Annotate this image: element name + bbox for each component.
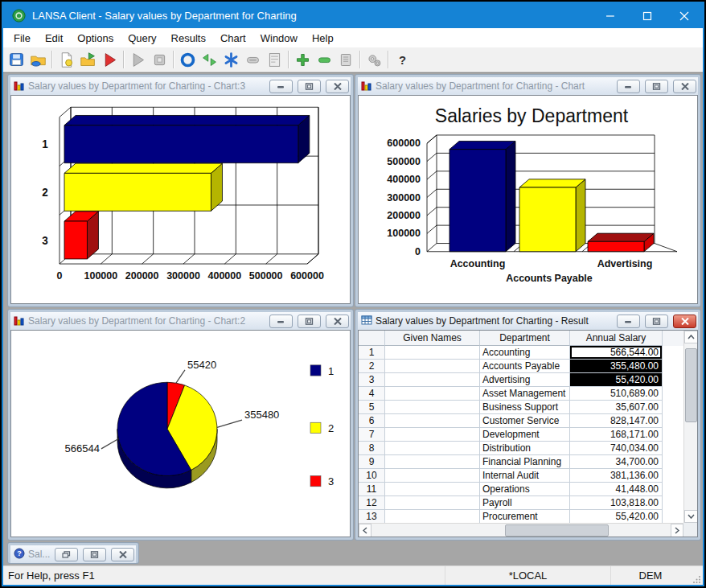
row-number-cell[interactable]: 5 [359, 401, 385, 414]
annual-salary-cell[interactable]: 41,448.00 [570, 483, 663, 496]
stop-button[interactable] [149, 49, 170, 70]
given-names-cell[interactable] [385, 401, 480, 414]
department-cell[interactable]: Asset Management [480, 387, 570, 401]
maximize-button[interactable] [645, 80, 668, 93]
window-titlebar[interactable]: Salary values by Department for Charting… [358, 77, 698, 95]
resize-grip[interactable] [690, 566, 703, 585]
close-button[interactable] [326, 80, 349, 93]
maximize-button[interactable] [298, 315, 321, 328]
column-header-rownum[interactable] [359, 331, 385, 346]
department-cell[interactable]: Accounting [480, 346, 570, 360]
minimize-button[interactable] [269, 315, 293, 328]
menu-item-chart[interactable]: Chart [213, 30, 253, 47]
scroll-up-button[interactable] [684, 331, 698, 343]
column-header-annual-salary[interactable]: Annual Salary [570, 331, 663, 346]
menu-item-edit[interactable]: Edit [38, 30, 70, 47]
given-names-cell[interactable] [385, 373, 480, 387]
row-number-cell[interactable]: 9 [359, 455, 385, 469]
minimize-button[interactable] [592, 3, 629, 28]
given-names-cell[interactable] [385, 387, 480, 401]
menu-item-results[interactable]: Results [164, 30, 213, 47]
row-number-cell[interactable]: 4 [359, 387, 385, 401]
scroll-right-button[interactable] [671, 524, 683, 537]
scroll-down-button[interactable] [684, 510, 698, 523]
scroll-left-button[interactable] [359, 524, 371, 537]
maximize-button[interactable] [298, 80, 321, 93]
close-button[interactable] [666, 3, 703, 28]
menu-item-options[interactable]: Options [70, 30, 121, 47]
column-header-given-names[interactable]: Given Names [385, 331, 480, 346]
department-cell[interactable]: Business Support [480, 401, 570, 414]
row-number-cell[interactable]: 7 [359, 428, 385, 442]
open-button[interactable] [27, 49, 49, 70]
department-cell[interactable]: Procurement [480, 510, 570, 523]
restore-button[interactable] [55, 548, 78, 561]
annual-salary-cell[interactable]: 510,689.00 [570, 387, 663, 401]
main-titlebar[interactable]: LANSA Client - Salary values by Departme… [3, 3, 703, 28]
band-button[interactable] [242, 49, 264, 70]
minimize-button[interactable] [617, 80, 640, 93]
annual-salary-cell[interactable]: 35,607.00 [570, 401, 663, 414]
given-names-cell[interactable] [385, 346, 480, 360]
window-titlebar[interactable]: Salary values by Department for Charting… [10, 77, 351, 95]
minimize-button[interactable] [617, 315, 640, 328]
department-cell[interactable]: Operations [480, 483, 570, 496]
save-button[interactable] [6, 49, 27, 70]
scrollbar-thumb[interactable] [505, 524, 609, 537]
horizontal-scrollbar[interactable] [359, 523, 683, 537]
close-button[interactable] [326, 315, 349, 328]
snowflake-button[interactable] [220, 49, 242, 70]
department-cell[interactable]: Payroll [480, 496, 570, 510]
window-titlebar[interactable]: Salary values by Department for Charting… [10, 312, 351, 330]
row-number-cell[interactable]: 6 [359, 414, 385, 428]
close-button[interactable] [111, 548, 134, 561]
annual-salary-cell[interactable]: 355,480.00 [570, 360, 663, 373]
annual-salary-cell[interactable]: 168,171.00 [570, 428, 663, 442]
column-header-department[interactable]: Department [480, 331, 570, 346]
window-titlebar[interactable]: ? Sal... [10, 545, 136, 563]
given-names-cell[interactable] [385, 510, 480, 523]
given-names-cell[interactable] [385, 428, 480, 442]
row-number-cell[interactable]: 1 [359, 346, 385, 360]
department-cell[interactable]: Accounts Payable [480, 360, 570, 373]
department-cell[interactable]: Distribution [480, 442, 570, 455]
row-number-cell[interactable]: 10 [359, 469, 385, 483]
row-number-cell[interactable]: 2 [359, 360, 385, 373]
maximize-button[interactable] [645, 315, 668, 328]
given-names-cell[interactable] [385, 414, 480, 428]
new-query-button[interactable] [55, 49, 77, 70]
add-row-button[interactable] [292, 49, 314, 70]
menu-item-window[interactable]: Window [253, 30, 305, 47]
window-titlebar[interactable]: Salary values by Department for Charting… [358, 312, 698, 330]
layout-button[interactable] [264, 49, 285, 70]
close-button[interactable] [673, 315, 696, 328]
annual-salary-cell[interactable]: 55,420.00 [570, 373, 663, 387]
annual-salary-cell[interactable]: 566,544.00 [570, 346, 663, 360]
run-button[interactable] [127, 49, 149, 70]
chart-circle-button[interactable] [177, 49, 199, 70]
department-cell[interactable]: Customer Service [480, 414, 570, 428]
menu-item-file[interactable]: File [6, 30, 38, 47]
menu-item-help[interactable]: Help [305, 30, 341, 47]
menu-item-query[interactable]: Query [121, 30, 163, 47]
given-names-cell[interactable] [385, 469, 480, 483]
given-names-cell[interactable] [385, 496, 480, 510]
annual-salary-cell[interactable]: 740,034.00 [570, 442, 663, 455]
given-names-cell[interactable] [385, 483, 480, 496]
annual-salary-cell[interactable]: 828,147.00 [570, 414, 663, 428]
row-number-cell[interactable]: 3 [359, 373, 385, 387]
given-names-cell[interactable] [385, 455, 480, 469]
row-number-cell[interactable]: 11 [359, 483, 385, 496]
settings-button[interactable] [363, 49, 385, 70]
row-number-cell[interactable]: 13 [359, 510, 385, 523]
department-cell[interactable]: Development [480, 428, 570, 442]
given-names-cell[interactable] [385, 360, 480, 373]
close-button[interactable] [673, 80, 696, 93]
minimize-button[interactable] [269, 80, 293, 93]
maximize-button[interactable] [629, 3, 666, 28]
maximize-button[interactable] [83, 548, 106, 561]
annual-salary-cell[interactable]: 381,136.00 [570, 469, 663, 483]
scrollbar-thumb[interactable] [685, 348, 697, 422]
help-button[interactable]: ? [392, 49, 413, 70]
notes-button[interactable] [335, 49, 357, 70]
